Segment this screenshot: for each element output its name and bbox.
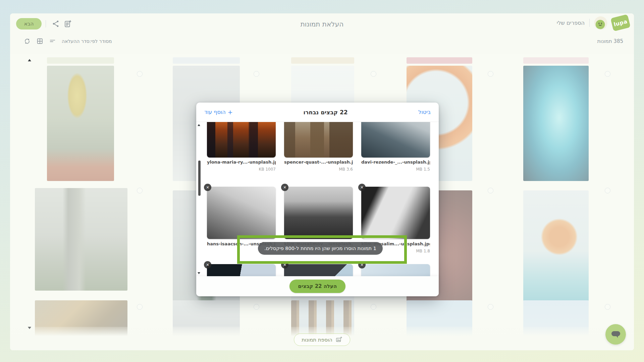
modal-scrollbar-thumb[interactable]	[198, 161, 201, 196]
add-photos-button[interactable]: הוספת תמונות	[294, 334, 350, 346]
photo-thumbnail[interactable]	[523, 190, 589, 301]
header-account-area: הספרים שלי lupa	[557, 16, 629, 29]
modal-header: + הוסף עוד 22 קבצים נבחרו ביטול	[196, 103, 439, 122]
desktop-background: הבא העלאת תמונות הספרים שלי	[0, 0, 644, 362]
file-thumbnail[interactable]	[207, 264, 276, 276]
photo-thumbnail[interactable]	[47, 57, 114, 64]
file-thumbnail[interactable]	[361, 264, 430, 276]
photo-select-checkbox[interactable]	[488, 304, 493, 310]
photo-thumbnail[interactable]	[35, 188, 127, 291]
plus-icon: +	[228, 109, 233, 116]
photo-select-checkbox[interactable]	[371, 304, 376, 310]
file-name: ylona-maria-ry...-unsplash.jpg	[207, 160, 276, 165]
file-thumbnail[interactable]	[284, 264, 353, 276]
photo-select-checkbox[interactable]	[605, 188, 610, 193]
file-thumbnail[interactable]	[284, 122, 353, 158]
photo-thumbnail[interactable]	[407, 57, 472, 64]
avatar[interactable]	[594, 16, 607, 29]
file-thumbnail[interactable]	[284, 187, 353, 239]
refresh-icon[interactable]	[23, 38, 31, 45]
share-icon[interactable]	[52, 20, 60, 28]
upload-files-button[interactable]: העלה 22 קבצים	[289, 280, 346, 293]
close-icon: ✕	[360, 263, 363, 267]
remove-file-button[interactable]: ✕	[204, 184, 211, 191]
photo-select-checkbox[interactable]	[254, 304, 259, 310]
sort-label[interactable]: מסודר לפי:סדר ההעלאה	[62, 39, 112, 44]
modal-footer: העלה 22 קבצים	[196, 276, 439, 296]
file-thumbnail[interactable]	[207, 122, 276, 158]
scroll-up-arrow[interactable]	[28, 59, 31, 61]
chat-bubble-icon	[610, 330, 621, 339]
file-size: KB 1007	[207, 167, 276, 172]
photo-select-checkbox[interactable]	[137, 71, 143, 77]
photo-thumbnail[interactable]	[523, 66, 589, 181]
remove-file-button[interactable]: ✕	[204, 261, 211, 268]
modal-title: 22 קבצים נבחרו	[303, 109, 347, 116]
grid-view-icon[interactable]	[36, 38, 44, 45]
add-note-icon[interactable]	[64, 20, 72, 28]
photo-select-checkbox[interactable]	[371, 71, 376, 77]
header-divider	[589, 19, 590, 27]
add-more-button[interactable]: + הוסף עוד	[204, 109, 233, 116]
photo-count: 385 תמונות	[597, 38, 624, 44]
file-thumbnail[interactable]	[207, 187, 276, 239]
photo-select-checkbox[interactable]	[137, 304, 143, 310]
cancel-button[interactable]: ביטול	[418, 109, 431, 115]
file-thumbnail[interactable]	[361, 122, 430, 158]
remove-file-button[interactable]: ✕	[281, 261, 288, 268]
file-size: MB 3.6	[284, 167, 353, 172]
file-name: spencer-quast-...-unsplash.jpg	[284, 160, 353, 165]
close-icon: ✕	[206, 185, 209, 190]
modal-scroll-up-arrow[interactable]	[198, 124, 200, 126]
photo-thumbnail[interactable]	[173, 57, 240, 64]
add-photos-label: הוספת תמונות	[302, 337, 332, 343]
bottom-bar: הוספת תמונות	[10, 327, 634, 350]
header-divider	[46, 20, 46, 27]
photo-select-checkbox[interactable]	[137, 188, 143, 193]
add-more-label: הוסף עוד	[204, 109, 226, 115]
chat-button[interactable]	[605, 324, 626, 345]
page-title: העלאת תמונות	[10, 20, 634, 28]
file-name: davi-rezende-_...-unsplash.jpg	[361, 160, 430, 165]
file-thumbnail[interactable]	[361, 187, 430, 239]
photo-select-checkbox[interactable]	[488, 71, 493, 77]
close-icon: ✕	[283, 263, 286, 267]
sort-icon[interactable]	[49, 38, 56, 45]
close-icon: ✕	[283, 185, 286, 190]
lupa-logo[interactable]: lupa	[610, 14, 631, 31]
photo-select-checkbox[interactable]	[254, 71, 259, 77]
close-icon: ✕	[360, 185, 363, 190]
remove-file-button[interactable]: ✕	[358, 261, 366, 268]
photo-select-checkbox[interactable]	[488, 188, 493, 193]
photo-select-checkbox[interactable]	[605, 304, 610, 310]
next-button[interactable]: הבא	[16, 18, 42, 29]
photo-thumbnail[interactable]	[523, 57, 589, 64]
my-books-link[interactable]: הספרים שלי	[557, 20, 585, 26]
grid-toolbar: מסודר לפי:סדר ההעלאה	[23, 38, 112, 45]
remove-file-button[interactable]: ✕	[358, 184, 366, 191]
photo-thumbnail[interactable]	[47, 66, 114, 181]
file-size: MB 1.5	[361, 167, 430, 172]
modal-scroll-down-arrow[interactable]	[198, 272, 200, 274]
add-image-icon	[335, 336, 342, 343]
photo-thumbnail[interactable]	[291, 57, 354, 64]
file-selection-modal: + הוסף עוד 22 קבצים נבחרו ביטול ylona-ma…	[196, 103, 439, 296]
close-icon: ✕	[206, 263, 209, 267]
toast-message: 1 תמונות הוסרו מכיוון שהן היו מתחת ל-800…	[258, 242, 383, 255]
remove-file-button[interactable]: ✕	[281, 184, 288, 191]
photo-select-checkbox[interactable]	[605, 71, 610, 77]
